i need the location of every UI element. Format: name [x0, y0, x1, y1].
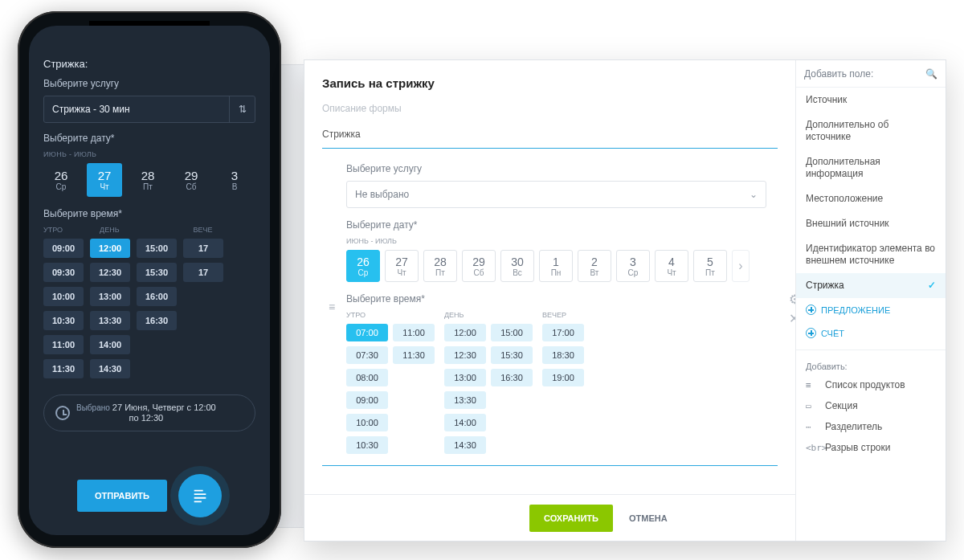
canvas-footer: СОХРАНИТЬ ОТМЕНА — [304, 494, 795, 541]
time-head-morning: УТРО — [346, 311, 444, 319]
sidebar-element[interactable]: ▭Секция — [796, 395, 946, 416]
close-icon[interactable]: ✕ — [789, 311, 795, 322]
sidebar-field-selected[interactable]: Стрижка✓ — [796, 273, 946, 298]
phone-time-chip[interactable]: 14:00 — [90, 335, 130, 354]
sidebar-field[interactable]: Внешний источник — [796, 211, 946, 236]
sidebar-element[interactable]: <br>Разрыв строки — [796, 437, 946, 458]
service-field-label: Выберите услугу — [346, 163, 766, 174]
time-chip[interactable]: 18:30 — [542, 346, 584, 364]
phone-time-chip[interactable]: 12:30 — [90, 263, 130, 282]
time-chip[interactable]: 14:00 — [444, 414, 486, 431]
clock-icon — [55, 406, 70, 420]
form-title[interactable]: Запись на стрижку — [322, 76, 778, 90]
sidebar-element[interactable]: ⋯Разделитель — [796, 416, 946, 437]
time-chip[interactable]: 14:30 — [444, 436, 486, 454]
phone-day[interactable]: 26Ср — [43, 163, 79, 197]
phone-time-chip[interactable]: 16:30 — [137, 311, 177, 330]
time-chip[interactable]: 09:00 — [346, 391, 388, 409]
phone-time-chip[interactable]: 09:30 — [43, 263, 84, 282]
phone-time-chip[interactable]: 10:30 — [43, 311, 84, 330]
phone-time-head-evening: ВЕЧЕ — [194, 226, 213, 234]
check-icon: ✓ — [928, 280, 936, 292]
time-chip[interactable]: 19:00 — [542, 369, 584, 386]
cancel-button[interactable]: ОТМЕНА — [629, 513, 668, 523]
sidebar-add-header: Добавить: — [796, 355, 946, 374]
form-builder-panel: Запись на стрижку Описание формы Стрижка… — [304, 59, 946, 542]
phone-section-title: Стрижка: — [43, 58, 255, 70]
gear-icon[interactable]: ⚙ — [789, 292, 795, 303]
phone-time-chip[interactable]: 09:00 — [43, 239, 84, 258]
time-chip[interactable]: 10:00 — [346, 414, 388, 431]
chevron-right-icon[interactable]: › — [732, 250, 750, 282]
day-cell[interactable]: 1Пн — [539, 250, 573, 282]
sidebar-field[interactable]: Дополнительно об источнике — [796, 112, 946, 149]
time-chip[interactable]: 11:00 — [393, 324, 435, 341]
phone-time-chip[interactable]: 12:00 — [90, 239, 130, 258]
phone-time-chip[interactable]: 17 — [183, 263, 223, 282]
swap-icon[interactable]: ⇅ — [229, 96, 255, 122]
save-button[interactable]: СОХРАНИТЬ — [529, 505, 613, 532]
day-cell[interactable]: 2Вт — [578, 250, 611, 282]
time-chip[interactable]: 07:30 — [346, 346, 388, 364]
add-offer-button[interactable]: ПРЕДЛОЖЕНИЕ — [796, 298, 946, 321]
phone-day[interactable]: 3В — [217, 163, 252, 197]
phone-time-chip[interactable]: 13:30 — [90, 311, 130, 330]
sidebar-field[interactable]: Местоположение — [796, 186, 946, 211]
day-cell[interactable]: 29Сб — [462, 250, 496, 282]
phone-time-chip[interactable]: 15:00 — [137, 239, 177, 258]
phone-time-headers: УТРО ДЕНЬ ВЕЧЕ — [43, 226, 255, 234]
br-icon: <br> — [806, 443, 819, 453]
sidebar-field[interactable]: Идентификатор элемента во внешнем источн… — [796, 236, 946, 273]
time-chip[interactable]: 12:30 — [444, 346, 486, 364]
chevron-down-icon: ⌄ — [750, 189, 758, 200]
drag-handle-icon[interactable]: ≡ — [329, 300, 335, 313]
phone-day[interactable]: 27Чт — [87, 163, 122, 197]
time-chip[interactable]: 13:30 — [444, 391, 486, 409]
phone-time-chip[interactable]: 11:00 — [43, 335, 84, 354]
phone-time-chip[interactable]: 14:30 — [90, 359, 130, 378]
phone-time-chip[interactable]: 16:00 — [137, 287, 177, 306]
day-cell[interactable]: 30Вс — [500, 250, 534, 282]
sidebar-field[interactable]: Дополнительная информация — [796, 149, 946, 186]
time-chip[interactable]: 10:30 — [346, 436, 388, 454]
time-chip[interactable]: 17:00 — [542, 324, 584, 341]
phone-time-chip[interactable]: 15:30 — [137, 263, 177, 282]
day-cell[interactable]: 4Чт — [655, 250, 688, 282]
sidebar-field[interactable]: Источник — [796, 88, 946, 112]
phone-time-chip[interactable]: 10:00 — [43, 287, 84, 306]
time-chip[interactable]: 11:30 — [393, 346, 435, 364]
form-description[interactable]: Описание формы — [322, 103, 778, 114]
phone-chosen-line2: по 12:30 — [76, 413, 216, 423]
time-chip[interactable]: 16:30 — [491, 369, 533, 386]
phone-time-chip[interactable]: 17 — [183, 239, 223, 258]
phone-service-select[interactable]: Стрижка - 30 мин ⇅ — [43, 96, 255, 123]
search-icon[interactable]: 🔍 — [925, 68, 937, 80]
time-chip[interactable]: 12:00 — [444, 324, 486, 341]
phone-time-chip[interactable]: 13:00 — [90, 287, 130, 306]
fab-button[interactable] — [178, 474, 222, 517]
time-chip[interactable]: 13:00 — [444, 369, 486, 386]
phone-date-range: ИЮНЬ - ИЮЛЬ — [43, 150, 255, 158]
phone-selection-pill: Выбрано 27 Июня, Четверг с 12:00 по 12:3… — [43, 394, 255, 431]
sidebar-element[interactable]: ≡Список продуктов — [796, 374, 946, 395]
phone-time-head-morning: УТРО — [43, 226, 63, 234]
day-cell[interactable]: 5Пт — [693, 250, 727, 282]
day-cell[interactable]: 27Чт — [385, 250, 419, 282]
day-cell[interactable]: 3Ср — [616, 250, 650, 282]
service-select[interactable]: Не выбрано ⌄ — [346, 181, 766, 208]
send-button[interactable]: ОТПРАВИТЬ — [77, 480, 167, 512]
time-chip[interactable]: 08:00 — [346, 369, 388, 386]
service-select-value: Не выбрано — [355, 189, 409, 200]
add-invoice-button[interactable]: СЧЁТ — [796, 321, 946, 345]
phone-day[interactable]: 28Пт — [130, 163, 165, 197]
time-chip[interactable]: 07:00 — [346, 324, 388, 341]
sidebar-header: Добавить поле: 🔍 — [796, 60, 946, 88]
time-chip[interactable]: 15:30 — [491, 346, 533, 364]
time-chip[interactable]: 15:00 — [491, 324, 533, 341]
phone-day[interactable]: 29Сб — [174, 163, 209, 197]
day-cell[interactable]: 26Ср — [346, 250, 380, 282]
plus-icon — [806, 305, 816, 315]
day-cell[interactable]: 28Пт — [423, 250, 457, 282]
phone-time-chip[interactable]: 11:30 — [43, 359, 84, 378]
booking-widget[interactable]: ≡ ⚙ ✕ Выберите услугу Не выбрано ⌄ Выбер… — [322, 148, 778, 466]
